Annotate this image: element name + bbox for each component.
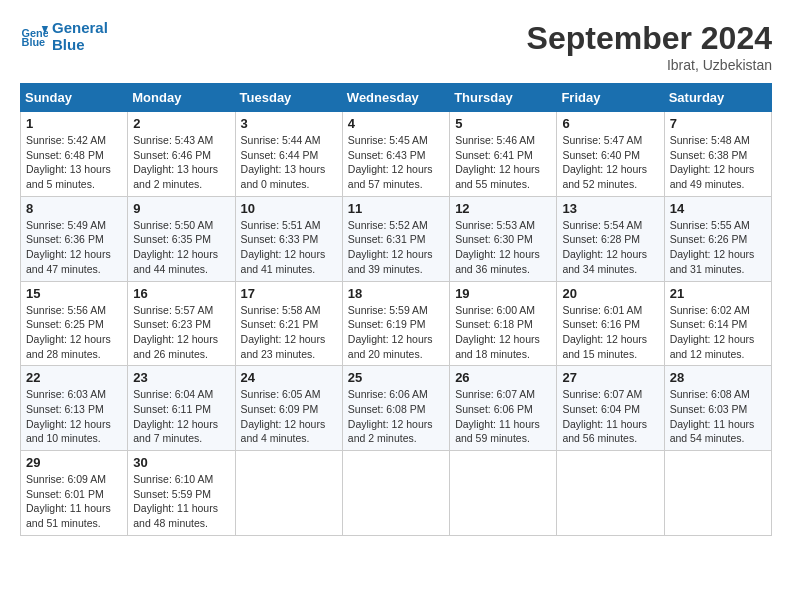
day-number: 9 xyxy=(133,201,229,216)
weekday-header-friday: Friday xyxy=(557,84,664,112)
calendar-cell: 7Sunrise: 5:48 AM Sunset: 6:38 PM Daylig… xyxy=(664,112,771,197)
day-info: Sunrise: 5:51 AM Sunset: 6:33 PM Dayligh… xyxy=(241,218,337,277)
calendar-cell: 2Sunrise: 5:43 AM Sunset: 6:46 PM Daylig… xyxy=(128,112,235,197)
day-number: 18 xyxy=(348,286,444,301)
calendar-cell: 25Sunrise: 6:06 AM Sunset: 6:08 PM Dayli… xyxy=(342,366,449,451)
logo-line1: General xyxy=(52,20,108,37)
day-info: Sunrise: 5:50 AM Sunset: 6:35 PM Dayligh… xyxy=(133,218,229,277)
calendar-cell: 13Sunrise: 5:54 AM Sunset: 6:28 PM Dayli… xyxy=(557,196,664,281)
calendar-cell: 8Sunrise: 5:49 AM Sunset: 6:36 PM Daylig… xyxy=(21,196,128,281)
day-info: Sunrise: 6:05 AM Sunset: 6:09 PM Dayligh… xyxy=(241,387,337,446)
calendar-cell xyxy=(235,451,342,536)
day-info: Sunrise: 6:09 AM Sunset: 6:01 PM Dayligh… xyxy=(26,472,122,531)
day-number: 14 xyxy=(670,201,766,216)
day-number: 19 xyxy=(455,286,551,301)
day-number: 29 xyxy=(26,455,122,470)
day-number: 22 xyxy=(26,370,122,385)
day-number: 4 xyxy=(348,116,444,131)
calendar-cell xyxy=(664,451,771,536)
day-number: 5 xyxy=(455,116,551,131)
calendar-cell: 12Sunrise: 5:53 AM Sunset: 6:30 PM Dayli… xyxy=(450,196,557,281)
day-info: Sunrise: 5:46 AM Sunset: 6:41 PM Dayligh… xyxy=(455,133,551,192)
calendar-cell: 23Sunrise: 6:04 AM Sunset: 6:11 PM Dayli… xyxy=(128,366,235,451)
day-number: 6 xyxy=(562,116,658,131)
day-info: Sunrise: 5:44 AM Sunset: 6:44 PM Dayligh… xyxy=(241,133,337,192)
weekday-header-wednesday: Wednesday xyxy=(342,84,449,112)
calendar-cell: 6Sunrise: 5:47 AM Sunset: 6:40 PM Daylig… xyxy=(557,112,664,197)
day-number: 30 xyxy=(133,455,229,470)
day-info: Sunrise: 6:08 AM Sunset: 6:03 PM Dayligh… xyxy=(670,387,766,446)
calendar-cell: 10Sunrise: 5:51 AM Sunset: 6:33 PM Dayli… xyxy=(235,196,342,281)
day-info: Sunrise: 6:03 AM Sunset: 6:13 PM Dayligh… xyxy=(26,387,122,446)
calendar-cell: 4Sunrise: 5:45 AM Sunset: 6:43 PM Daylig… xyxy=(342,112,449,197)
day-info: Sunrise: 6:02 AM Sunset: 6:14 PM Dayligh… xyxy=(670,303,766,362)
calendar-cell: 30Sunrise: 6:10 AM Sunset: 5:59 PM Dayli… xyxy=(128,451,235,536)
calendar-cell xyxy=(557,451,664,536)
day-number: 15 xyxy=(26,286,122,301)
calendar-cell: 3Sunrise: 5:44 AM Sunset: 6:44 PM Daylig… xyxy=(235,112,342,197)
calendar-cell: 15Sunrise: 5:56 AM Sunset: 6:25 PM Dayli… xyxy=(21,281,128,366)
day-number: 13 xyxy=(562,201,658,216)
day-info: Sunrise: 6:10 AM Sunset: 5:59 PM Dayligh… xyxy=(133,472,229,531)
day-number: 23 xyxy=(133,370,229,385)
day-info: Sunrise: 6:07 AM Sunset: 6:06 PM Dayligh… xyxy=(455,387,551,446)
day-number: 28 xyxy=(670,370,766,385)
weekday-header-monday: Monday xyxy=(128,84,235,112)
calendar-cell: 11Sunrise: 5:52 AM Sunset: 6:31 PM Dayli… xyxy=(342,196,449,281)
day-info: Sunrise: 5:55 AM Sunset: 6:26 PM Dayligh… xyxy=(670,218,766,277)
day-info: Sunrise: 5:54 AM Sunset: 6:28 PM Dayligh… xyxy=(562,218,658,277)
weekday-header-thursday: Thursday xyxy=(450,84,557,112)
day-number: 11 xyxy=(348,201,444,216)
calendar-cell: 1Sunrise: 5:42 AM Sunset: 6:48 PM Daylig… xyxy=(21,112,128,197)
location: Ibrat, Uzbekistan xyxy=(527,57,772,73)
calendar-cell: 20Sunrise: 6:01 AM Sunset: 6:16 PM Dayli… xyxy=(557,281,664,366)
day-number: 10 xyxy=(241,201,337,216)
day-info: Sunrise: 5:52 AM Sunset: 6:31 PM Dayligh… xyxy=(348,218,444,277)
calendar-cell: 27Sunrise: 6:07 AM Sunset: 6:04 PM Dayli… xyxy=(557,366,664,451)
day-info: Sunrise: 5:58 AM Sunset: 6:21 PM Dayligh… xyxy=(241,303,337,362)
calendar-table: SundayMondayTuesdayWednesdayThursdayFrid… xyxy=(20,83,772,536)
day-info: Sunrise: 5:56 AM Sunset: 6:25 PM Dayligh… xyxy=(26,303,122,362)
calendar-cell: 29Sunrise: 6:09 AM Sunset: 6:01 PM Dayli… xyxy=(21,451,128,536)
day-info: Sunrise: 6:00 AM Sunset: 6:18 PM Dayligh… xyxy=(455,303,551,362)
day-info: Sunrise: 6:04 AM Sunset: 6:11 PM Dayligh… xyxy=(133,387,229,446)
weekday-header-sunday: Sunday xyxy=(21,84,128,112)
calendar-cell: 28Sunrise: 6:08 AM Sunset: 6:03 PM Dayli… xyxy=(664,366,771,451)
logo: General Blue General Blue xyxy=(20,20,108,53)
calendar-cell: 22Sunrise: 6:03 AM Sunset: 6:13 PM Dayli… xyxy=(21,366,128,451)
day-number: 7 xyxy=(670,116,766,131)
calendar-cell xyxy=(342,451,449,536)
calendar-cell: 19Sunrise: 6:00 AM Sunset: 6:18 PM Dayli… xyxy=(450,281,557,366)
title-block: September 2024 Ibrat, Uzbekistan xyxy=(527,20,772,73)
calendar-cell: 14Sunrise: 5:55 AM Sunset: 6:26 PM Dayli… xyxy=(664,196,771,281)
day-number: 21 xyxy=(670,286,766,301)
day-number: 1 xyxy=(26,116,122,131)
page-header: General Blue General Blue September 2024… xyxy=(20,20,772,73)
day-number: 2 xyxy=(133,116,229,131)
logo-line2: Blue xyxy=(52,37,108,54)
day-info: Sunrise: 5:48 AM Sunset: 6:38 PM Dayligh… xyxy=(670,133,766,192)
day-info: Sunrise: 5:42 AM Sunset: 6:48 PM Dayligh… xyxy=(26,133,122,192)
calendar-cell: 21Sunrise: 6:02 AM Sunset: 6:14 PM Dayli… xyxy=(664,281,771,366)
day-info: Sunrise: 5:59 AM Sunset: 6:19 PM Dayligh… xyxy=(348,303,444,362)
day-number: 3 xyxy=(241,116,337,131)
day-info: Sunrise: 5:43 AM Sunset: 6:46 PM Dayligh… xyxy=(133,133,229,192)
day-info: Sunrise: 6:06 AM Sunset: 6:08 PM Dayligh… xyxy=(348,387,444,446)
month-title: September 2024 xyxy=(527,20,772,57)
svg-text:Blue: Blue xyxy=(22,36,46,48)
day-info: Sunrise: 5:53 AM Sunset: 6:30 PM Dayligh… xyxy=(455,218,551,277)
day-info: Sunrise: 5:57 AM Sunset: 6:23 PM Dayligh… xyxy=(133,303,229,362)
day-number: 12 xyxy=(455,201,551,216)
day-number: 16 xyxy=(133,286,229,301)
day-info: Sunrise: 5:45 AM Sunset: 6:43 PM Dayligh… xyxy=(348,133,444,192)
day-number: 20 xyxy=(562,286,658,301)
day-number: 8 xyxy=(26,201,122,216)
calendar-cell: 17Sunrise: 5:58 AM Sunset: 6:21 PM Dayli… xyxy=(235,281,342,366)
day-number: 25 xyxy=(348,370,444,385)
calendar-cell: 16Sunrise: 5:57 AM Sunset: 6:23 PM Dayli… xyxy=(128,281,235,366)
day-number: 27 xyxy=(562,370,658,385)
day-number: 26 xyxy=(455,370,551,385)
day-info: Sunrise: 6:01 AM Sunset: 6:16 PM Dayligh… xyxy=(562,303,658,362)
calendar-cell: 5Sunrise: 5:46 AM Sunset: 6:41 PM Daylig… xyxy=(450,112,557,197)
calendar-cell xyxy=(450,451,557,536)
